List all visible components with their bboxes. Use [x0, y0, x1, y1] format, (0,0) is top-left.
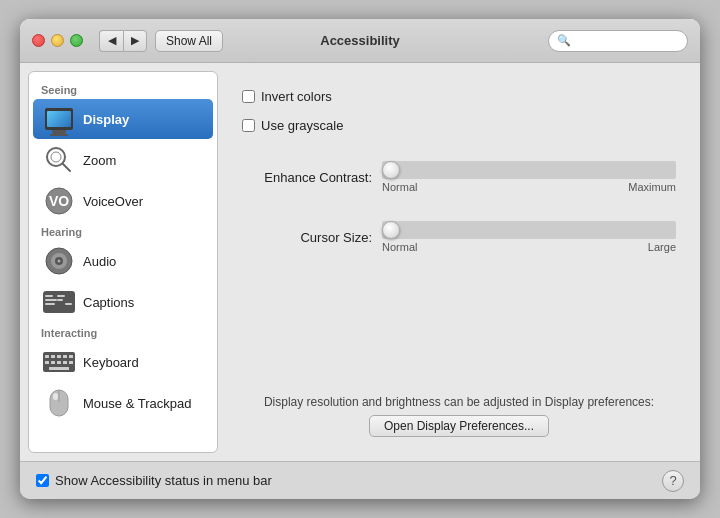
svg-rect-21 — [69, 355, 73, 358]
use-grayscale-checkbox[interactable] — [242, 119, 255, 132]
svg-rect-25 — [63, 361, 67, 364]
keyboard-icon — [43, 352, 75, 372]
svg-rect-27 — [49, 367, 69, 370]
sidebar-item-mouse-label: Mouse & Trackpad — [83, 396, 191, 411]
maximize-button[interactable] — [70, 34, 83, 47]
sidebar-section-interacting: Interacting — [29, 323, 217, 341]
sidebar-item-voiceover-label: VoiceOver — [83, 194, 143, 209]
display-icon-box — [43, 103, 75, 135]
show-all-button[interactable]: Show All — [155, 30, 223, 52]
cursor-size-min-label: Normal — [382, 241, 417, 253]
svg-rect-24 — [57, 361, 61, 364]
svg-rect-20 — [63, 355, 67, 358]
zoom-icon-box — [43, 144, 75, 176]
back-button[interactable]: ◀ — [99, 30, 123, 52]
sidebar-item-keyboard[interactable]: Keyboard — [33, 342, 213, 382]
audio-icon — [44, 246, 74, 276]
captions-icon — [43, 291, 75, 313]
cursor-size-slider-container: Normal Large — [382, 221, 676, 253]
svg-rect-17 — [45, 355, 49, 358]
svg-rect-13 — [57, 295, 65, 297]
display-icon — [45, 108, 73, 130]
svg-point-8 — [58, 260, 61, 263]
svg-rect-26 — [69, 361, 73, 364]
svg-point-2 — [51, 152, 61, 162]
sidebar-section-hearing: Hearing — [29, 222, 217, 240]
enhance-contrast-slider-container: Normal Maximum — [382, 161, 676, 193]
cursor-size-max-label: Large — [648, 241, 676, 253]
svg-rect-9 — [43, 291, 75, 313]
svg-rect-12 — [45, 303, 55, 305]
cursor-size-slider[interactable] — [382, 221, 676, 239]
right-panel: Invert colors Use grayscale Enhance Cont… — [226, 71, 692, 453]
invert-colors-checkbox[interactable] — [242, 90, 255, 103]
cursor-size-label: Cursor Size: — [242, 230, 372, 245]
minimize-button[interactable] — [51, 34, 64, 47]
search-box[interactable]: 🔍 — [548, 30, 688, 52]
footer-checkbox-row: Show Accessibility status in menu bar — [36, 473, 272, 488]
enhance-contrast-labels: Normal Maximum — [382, 181, 676, 193]
svg-text:VO: VO — [49, 193, 69, 209]
sidebar-item-captions[interactable]: Captions — [33, 282, 213, 322]
footer: Show Accessibility status in menu bar ? — [20, 461, 700, 499]
invert-colors-row: Invert colors — [242, 89, 676, 104]
sidebar-section-seeing: Seeing — [29, 80, 217, 98]
voiceover-icon: VO — [44, 186, 74, 216]
sidebar: Seeing Display — [28, 71, 218, 453]
title-bar: ◀ ▶ Show All Accessibility 🔍 — [20, 19, 700, 63]
svg-rect-23 — [51, 361, 55, 364]
svg-rect-11 — [45, 299, 57, 301]
svg-rect-19 — [57, 355, 61, 358]
sidebar-item-voiceover[interactable]: VO VoiceOver — [33, 181, 213, 221]
sidebar-item-display-label: Display — [83, 112, 129, 127]
use-grayscale-label[interactable]: Use grayscale — [261, 118, 343, 133]
sidebar-item-display[interactable]: Display — [33, 99, 213, 139]
sidebar-item-audio[interactable]: Audio — [33, 241, 213, 281]
captions-icon-box — [43, 286, 75, 318]
open-display-prefs-button[interactable]: Open Display Preferences... — [369, 415, 549, 437]
enhance-contrast-max-label: Maximum — [628, 181, 676, 193]
sidebar-item-zoom[interactable]: Zoom — [33, 140, 213, 180]
help-button[interactable]: ? — [662, 470, 684, 492]
close-button[interactable] — [32, 34, 45, 47]
display-note-text: Display resolution and brightness can be… — [264, 395, 654, 409]
svg-line-1 — [63, 164, 70, 171]
sidebar-item-zoom-label: Zoom — [83, 153, 116, 168]
traffic-lights — [32, 34, 83, 47]
sidebar-item-audio-label: Audio — [83, 254, 116, 269]
zoom-icon — [44, 145, 74, 175]
mouse-icon-box — [43, 387, 75, 419]
invert-colors-label[interactable]: Invert colors — [261, 89, 332, 104]
svg-rect-10 — [45, 295, 53, 297]
svg-rect-30 — [53, 393, 58, 400]
show-accessibility-label[interactable]: Show Accessibility status in menu bar — [55, 473, 272, 488]
mouse-icon — [48, 388, 70, 418]
forward-button[interactable]: ▶ — [123, 30, 147, 52]
main-window: ◀ ▶ Show All Accessibility 🔍 Seeing Disp… — [20, 19, 700, 499]
enhance-contrast-slider[interactable] — [382, 161, 676, 179]
display-note: Display resolution and brightness can be… — [242, 395, 676, 437]
sidebar-item-keyboard-label: Keyboard — [83, 355, 139, 370]
sidebar-item-captions-label: Captions — [83, 295, 134, 310]
cursor-size-section: Cursor Size: Normal Large — [242, 213, 676, 255]
enhance-contrast-row: Enhance Contrast: Normal Maximum — [242, 161, 676, 193]
enhance-contrast-section: Enhance Contrast: Normal Maximum — [242, 153, 676, 195]
keyboard-icon-box — [43, 346, 75, 378]
show-accessibility-checkbox[interactable] — [36, 474, 49, 487]
sidebar-item-mouse[interactable]: Mouse & Trackpad — [33, 383, 213, 423]
window-title: Accessibility — [320, 33, 400, 48]
grayscale-row: Use grayscale — [242, 118, 676, 133]
svg-rect-22 — [45, 361, 49, 364]
audio-icon-box — [43, 245, 75, 277]
search-input[interactable] — [575, 34, 679, 48]
cursor-size-row: Cursor Size: Normal Large — [242, 221, 676, 253]
nav-buttons: ◀ ▶ — [99, 30, 147, 52]
enhance-contrast-min-label: Normal — [382, 181, 417, 193]
svg-rect-14 — [57, 299, 63, 301]
enhance-contrast-label: Enhance Contrast: — [242, 170, 372, 185]
search-icon: 🔍 — [557, 34, 571, 47]
voiceover-icon-box: VO — [43, 185, 75, 217]
cursor-size-labels: Normal Large — [382, 241, 676, 253]
svg-rect-15 — [65, 303, 72, 305]
main-content: Seeing Display — [20, 63, 700, 461]
